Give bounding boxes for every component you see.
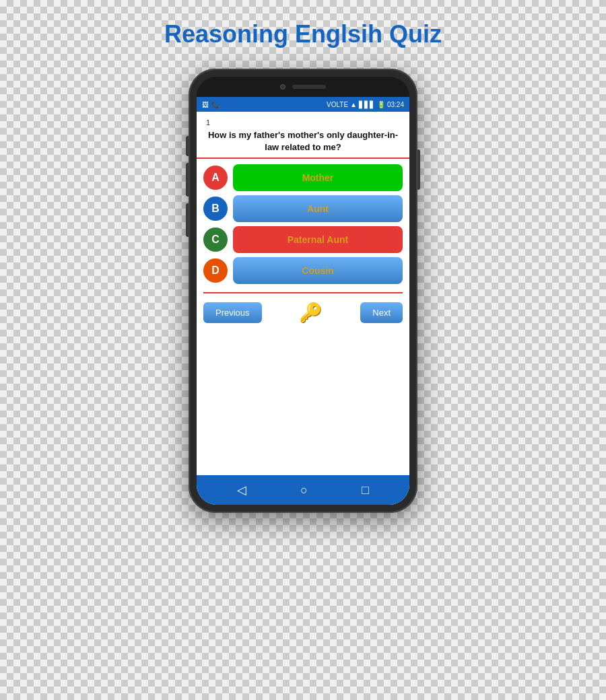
- photo-status-icon: 🖼: [202, 101, 209, 108]
- question-text: How is my father's mother's only daughte…: [206, 129, 400, 153]
- front-camera: [280, 84, 285, 90]
- recent-nav-icon[interactable]: □: [362, 483, 369, 497]
- wifi-icon: ▲: [350, 101, 357, 108]
- option-c-button[interactable]: Paternal Aunt: [233, 226, 403, 253]
- option-d-row: D Cousin: [203, 257, 403, 284]
- battery-icon: 🔋: [377, 101, 385, 108]
- options-area: A Mother B Aunt C Paternal Aunt: [197, 159, 409, 289]
- option-b-letter: B: [211, 203, 220, 215]
- phone-device: 🖼 📞 VOLTE ▲ ▋▋▋ 🔋 03:24 1 How is my fath…: [189, 69, 417, 513]
- home-nav-icon[interactable]: ○: [300, 483, 308, 497]
- option-c-circle: C: [203, 228, 228, 252]
- option-a-row: A Mother: [203, 164, 403, 191]
- status-bar: 🖼 📞 VOLTE ▲ ▋▋▋ 🔋 03:24: [197, 97, 409, 112]
- page-title: Reasoning Englsih Quiz: [164, 20, 442, 48]
- clock: 03:24: [387, 101, 404, 108]
- option-b-row: B Aunt: [203, 195, 403, 222]
- status-left-icons: 🖼 📞: [202, 101, 220, 108]
- content-area: [197, 329, 409, 475]
- option-a-circle: A: [203, 166, 228, 190]
- option-d-circle: D: [203, 258, 228, 283]
- signal-icon: ▋▋▋: [359, 101, 375, 108]
- android-nav-bar: ◁ ○ □: [197, 475, 409, 505]
- app-screen: 1 How is my father's mother's only daugh…: [197, 112, 409, 505]
- option-a-letter: A: [211, 172, 220, 184]
- back-nav-icon[interactable]: ◁: [237, 483, 246, 497]
- earpiece-speaker: [292, 85, 326, 89]
- option-d-button[interactable]: Cousin: [233, 257, 403, 284]
- volume-up-button: [186, 136, 189, 156]
- option-c-letter: C: [211, 234, 220, 246]
- volte-label: VOLTE: [327, 101, 348, 108]
- camera-button: [186, 203, 189, 237]
- question-area: 1 How is my father's mother's only daugh…: [197, 112, 409, 159]
- option-b-button[interactable]: Aunt: [233, 195, 403, 222]
- divider: [203, 292, 403, 293]
- phone-screen: 🖼 📞 VOLTE ▲ ▋▋▋ 🔋 03:24 1 How is my fath…: [197, 77, 409, 505]
- call-status-icon: 📞: [211, 101, 220, 108]
- previous-button[interactable]: Previous: [203, 302, 262, 323]
- key-icon: 🔑: [299, 302, 323, 324]
- option-d-letter: D: [211, 265, 220, 277]
- next-button[interactable]: Next: [360, 302, 403, 323]
- power-button: [417, 149, 420, 190]
- phone-top-notch: [197, 77, 409, 97]
- option-b-circle: B: [203, 197, 228, 221]
- nav-area: Previous 🔑 Next: [197, 296, 409, 329]
- volume-down-button: [186, 163, 189, 197]
- status-right-area: VOLTE ▲ ▋▋▋ 🔋 03:24: [327, 101, 404, 108]
- question-number: 1: [206, 118, 400, 127]
- option-a-button[interactable]: Mother: [233, 164, 403, 191]
- option-c-row: C Paternal Aunt: [203, 226, 403, 253]
